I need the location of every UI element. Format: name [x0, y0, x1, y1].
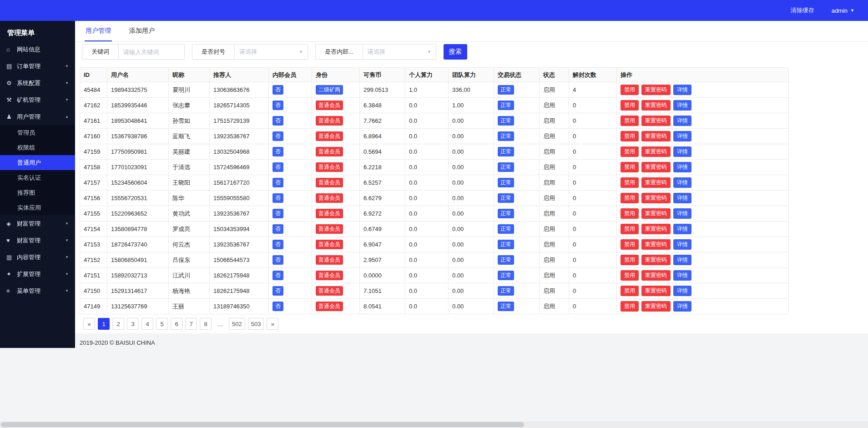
page-3[interactable]: 3	[127, 318, 139, 330]
sidebar-subitem-entity-app[interactable]: 实体应用	[0, 200, 75, 215]
page-4[interactable]: 4	[141, 318, 153, 330]
disable-button[interactable]: 禁用	[621, 208, 639, 219]
internal-badge: 否	[273, 85, 283, 95]
detail-button[interactable]: 详情	[673, 177, 691, 188]
sidebar-item-content-management[interactable]: ▥内容管理▼	[0, 249, 75, 266]
cell-team-power: 0.00	[449, 283, 494, 299]
prev-page[interactable]: «	[83, 318, 95, 330]
cell-nickname: 吴丽建	[169, 144, 210, 160]
reset-password-button[interactable]: 重置密码	[641, 85, 671, 95]
keyword-input[interactable]	[118, 44, 185, 60]
sidebar-subitem-regular-users[interactable]: 普通用户	[0, 155, 75, 170]
detail-button[interactable]: 详情	[673, 286, 691, 296]
detail-button[interactable]: 详情	[673, 208, 691, 219]
detail-button[interactable]: 详情	[673, 116, 691, 126]
sidebar-item-website-info[interactable]: ⌂网站信息	[0, 41, 75, 58]
ban-select[interactable]: 请选择 ▼	[234, 44, 308, 60]
reset-password-button[interactable]: 重置密码	[641, 224, 671, 234]
trade-status-badge: 正常	[498, 147, 514, 156]
reset-password-button[interactable]: 重置密码	[641, 100, 671, 111]
identity-badge: 普通会员	[316, 147, 343, 156]
sidebar-item-wealth-management-1[interactable]: ◈财富管理▼	[0, 215, 75, 232]
sidebar-item-miner-management[interactable]: ⚒矿机管理▼	[0, 91, 75, 108]
reset-password-button[interactable]: 重置密码	[641, 255, 671, 265]
tab-user-management[interactable]: 用户管理	[85, 21, 112, 41]
reset-password-button[interactable]: 重置密码	[641, 301, 671, 312]
cell-personal-power: 0.0	[405, 252, 449, 268]
page-6[interactable]: 6	[171, 318, 182, 330]
disable-button[interactable]: 禁用	[621, 239, 639, 250]
tab-add-user[interactable]: 添加用户	[128, 21, 156, 41]
page-8[interactable]: 8	[200, 318, 212, 330]
reset-password-button[interactable]: 重置密码	[641, 162, 671, 172]
reset-password-button[interactable]: 重置密码	[641, 146, 671, 157]
cell-internal: 否	[269, 237, 312, 252]
disable-button[interactable]: 禁用	[621, 193, 639, 203]
reset-password-button[interactable]: 重置密码	[641, 270, 671, 281]
page-2[interactable]: 2	[112, 318, 124, 330]
detail-button[interactable]: 详情	[673, 301, 691, 312]
sidebar-item-extension-management[interactable]: ✦扩展管理▼	[0, 266, 75, 282]
reset-password-button[interactable]: 重置密码	[641, 239, 671, 250]
disable-button[interactable]: 禁用	[621, 100, 639, 111]
disable-button[interactable]: 禁用	[621, 146, 639, 157]
disable-button[interactable]: 禁用	[621, 131, 639, 141]
cell-actions: 禁用重置密码详情	[617, 160, 789, 175]
internal-select[interactable]: 请选择 ▼	[363, 44, 436, 60]
user-menu[interactable]: admin ▼	[832, 7, 854, 14]
cell-nickname: 吕保东	[169, 252, 210, 268]
page-502[interactable]: 502	[229, 318, 245, 330]
sidebar-subitem-referral-image[interactable]: 推荐图	[0, 185, 75, 200]
detail-button[interactable]: 详情	[673, 85, 691, 95]
page-7[interactable]: 7	[185, 318, 197, 330]
detail-button[interactable]: 详情	[673, 255, 691, 265]
detail-button[interactable]: 详情	[673, 100, 691, 111]
cell-unban-count: 0	[569, 129, 617, 144]
sidebar-item-system-config[interactable]: ⚙系统配置▼	[0, 75, 75, 91]
detail-button[interactable]: 详情	[673, 224, 691, 234]
sidebar-subitem-admins[interactable]: 管理员	[0, 125, 75, 140]
disable-button[interactable]: 禁用	[621, 270, 639, 281]
cell-id: 47151	[80, 268, 107, 283]
disable-button[interactable]: 禁用	[621, 85, 639, 95]
sidebar-subitem-permission-groups[interactable]: 权限组	[0, 140, 75, 155]
sidebar-item-label: 用户管理	[17, 113, 65, 121]
reset-password-button[interactable]: 重置密码	[641, 116, 671, 126]
page-503[interactable]: 503	[248, 318, 264, 330]
reset-password-button[interactable]: 重置密码	[641, 177, 671, 188]
detail-button[interactable]: 详情	[673, 131, 691, 141]
detail-button[interactable]: 详情	[673, 270, 691, 281]
scrollbar-thumb[interactable]	[1, 422, 524, 427]
sidebar-item-order-management[interactable]: ▤订单管理▼	[0, 58, 75, 75]
reset-password-button[interactable]: 重置密码	[641, 286, 671, 296]
cell-actions: 禁用重置密码详情	[617, 175, 789, 191]
reset-password-button[interactable]: 重置密码	[641, 193, 671, 203]
cell-team-power: 0.00	[449, 222, 494, 237]
page-5[interactable]: 5	[156, 318, 168, 330]
sidebar-subitem-real-name-auth[interactable]: 实名认证	[0, 170, 75, 185]
detail-button[interactable]: 详情	[673, 146, 691, 157]
cell-nickname: 张志攀	[169, 98, 210, 113]
clear-cache-link[interactable]: 清除缓存	[791, 6, 814, 15]
sidebar-item-user-management[interactable]: ♟用户管理▲	[0, 108, 75, 125]
horizontal-scrollbar[interactable]	[0, 421, 868, 428]
detail-button[interactable]: 详情	[673, 239, 691, 250]
disable-button[interactable]: 禁用	[621, 162, 639, 172]
sidebar-item-menu-management[interactable]: ≡菜单管理▼	[0, 282, 75, 299]
search-button[interactable]: 搜索	[444, 44, 467, 60]
page-1[interactable]: 1	[98, 318, 110, 330]
disable-button[interactable]: 禁用	[621, 177, 639, 188]
reset-password-button[interactable]: 重置密码	[641, 131, 671, 141]
cell-coins: 0.6749	[360, 222, 405, 237]
sidebar-item-wealth-management-2[interactable]: ♥财富管理▼	[0, 232, 75, 249]
reset-password-button[interactable]: 重置密码	[641, 208, 671, 219]
next-page[interactable]: »	[267, 318, 278, 330]
disable-button[interactable]: 禁用	[621, 255, 639, 265]
disable-button[interactable]: 禁用	[621, 224, 639, 234]
detail-button[interactable]: 详情	[673, 193, 691, 203]
trade-status-badge: 正常	[498, 178, 514, 187]
disable-button[interactable]: 禁用	[621, 286, 639, 296]
disable-button[interactable]: 禁用	[621, 116, 639, 126]
detail-button[interactable]: 详情	[673, 162, 691, 172]
disable-button[interactable]: 禁用	[621, 301, 639, 312]
